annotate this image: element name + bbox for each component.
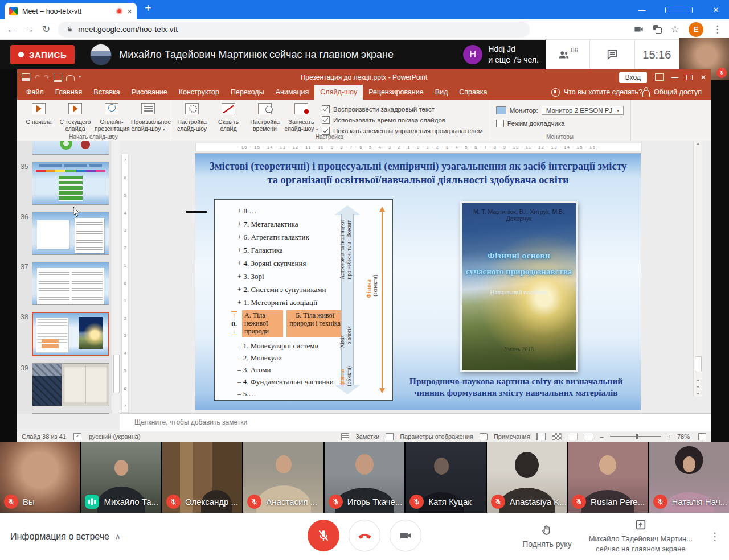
tell-me-label[interactable]: Что вы хотите сделать? — [564, 88, 642, 96]
slide-thumbnail[interactable]: 40 — [17, 413, 109, 414]
ribbon-tab[interactable]: Переходы — [225, 85, 270, 100]
ribbon-tab[interactable]: Справка — [453, 85, 493, 100]
main-scrollbar[interactable]: ▲ ▲ ▼ ▼ — [693, 141, 702, 397]
monitor-dropdown[interactable]: Монитор 2 EPSON PJ ▾ — [542, 106, 624, 115]
comments-icon[interactable] — [480, 433, 488, 440]
ribbon-tab[interactable]: Вид — [429, 85, 454, 100]
presenting-status[interactable]: Михайло Тадейович Мартин... сейчас на гл… — [589, 518, 693, 554]
qat-customize-icon[interactable]: ▾ — [79, 74, 81, 81]
comments-label[interactable]: Примечания — [494, 433, 530, 440]
scroll-up-icon[interactable]: ▲ — [696, 141, 701, 146]
ribbon-tab[interactable]: Главная — [50, 85, 88, 100]
redo-icon[interactable]: ↷ — [44, 74, 50, 81]
participants-button[interactable]: 86 — [546, 40, 589, 69]
display-options-label[interactable]: Параметры отображения — [400, 433, 473, 440]
new-tab-button[interactable]: + — [145, 2, 151, 15]
raise-hand-button[interactable]: Поднять руку — [522, 524, 572, 549]
presenter-mode-checkbox[interactable]: Режим докладчика — [496, 120, 624, 127]
ppt-restore-button[interactable] — [686, 75, 693, 80]
profile-avatar[interactable]: E — [689, 22, 703, 37]
ribbon-button[interactable]: Настройка слайд-шоу — [174, 101, 210, 133]
save-icon[interactable] — [22, 73, 30, 81]
ribbon-tab[interactable]: Вставка — [88, 85, 125, 100]
ribbon-tab[interactable]: Рисование — [126, 85, 173, 100]
thumbnail-scrollbar[interactable] — [112, 141, 120, 414]
fit-to-window-icon[interactable] — [698, 433, 706, 440]
host-chip[interactable]: H Hddj Jd и еще 75 чел. — [463, 40, 539, 69]
participant-tile[interactable]: Anastasiya K... — [487, 442, 567, 513]
browser-menu-icon[interactable]: ⋮ — [712, 23, 722, 35]
leave-call-button[interactable] — [349, 520, 380, 551]
chat-button[interactable] — [589, 40, 634, 69]
scrollbar-thumb[interactable] — [695, 356, 702, 372]
slide-thumbnail-image[interactable] — [32, 262, 109, 305]
ribbon-button[interactable]: Произвольное слайд-шоу ▾ — [130, 101, 166, 133]
slide-thumbnail[interactable]: 37 — [17, 262, 109, 305]
ribbon-button[interactable]: Настройка времени — [247, 101, 283, 133]
slide-thumbnail-image[interactable] — [32, 162, 109, 205]
next-slide-button[interactable]: ▼ — [694, 385, 702, 389]
zoom-slider[interactable] — [610, 436, 661, 437]
slide-thumbnail[interactable]: 39 — [17, 363, 109, 406]
participant-tile[interactable]: Катя Куцак — [406, 442, 485, 513]
slide-thumbnail[interactable]: 35 — [17, 162, 109, 205]
ppt-minimize-button[interactable]: — — [671, 73, 678, 81]
slide-thumbnail[interactable]: 36 — [17, 212, 109, 255]
zoom-in-icon[interactable]: + — [667, 433, 671, 440]
ribbon-button[interactable]: С текущего слайда — [57, 101, 93, 133]
ppt-close-button[interactable]: ✕ — [701, 73, 706, 81]
share-button[interactable]: Общий доступ — [642, 88, 711, 96]
display-options-icon[interactable] — [386, 433, 394, 440]
sign-in-button[interactable]: Вход — [619, 72, 647, 83]
window-minimize-button[interactable]: — — [629, 6, 655, 14]
slideshow-qat-icon[interactable] — [54, 73, 62, 82]
reading-view-button[interactable] — [568, 433, 578, 440]
slide-thumbnail-image[interactable] — [32, 312, 109, 356]
forward-icon[interactable]: → — [24, 24, 34, 35]
participant-tile[interactable]: Ruslan Pere... — [568, 442, 648, 513]
slideshow-view-button[interactable] — [584, 433, 593, 440]
tab-camera-icon[interactable] — [633, 24, 644, 35]
zoom-slider-thumb[interactable] — [636, 434, 638, 439]
proofing-icon[interactable]: ✓ — [73, 433, 81, 440]
ribbon-checkbox[interactable]: Воспроизвести закадровый текст — [322, 105, 483, 113]
ribbon-button[interactable]: Скрыть слайд — [210, 101, 247, 133]
slide-thumbnail-image[interactable] — [32, 413, 109, 414]
slide-canvas[interactable]: Змістові (теоретичні) і процесуальні (ем… — [195, 154, 641, 410]
recording-badge[interactable]: ЗАПИСЬ — [10, 45, 75, 64]
slide-thumbnail[interactable]: 38 — [17, 312, 109, 356]
notes-toggle-icon[interactable] — [341, 433, 349, 440]
ribbon-tab[interactable]: Слайд-шоу — [314, 85, 363, 100]
bookmark-star-icon[interactable]: ☆ — [671, 23, 679, 35]
undo-icon[interactable]: ↶ — [34, 74, 40, 81]
touch-mode-icon[interactable] — [66, 75, 75, 81]
slide-thumbnail-panel[interactable]: 35 36 37 — [17, 141, 112, 414]
reload-icon[interactable]: ↻ — [42, 23, 50, 35]
zoom-level[interactable]: 78% — [677, 433, 692, 440]
slide-thumbnail-image[interactable] — [32, 212, 109, 255]
previous-slide-button[interactable]: ▲ — [694, 378, 702, 382]
window-restore-button[interactable] — [665, 7, 693, 13]
back-icon[interactable]: ← — [7, 24, 17, 35]
meeting-info-button[interactable]: Информация о встрече ∧ — [10, 513, 120, 560]
mute-button[interactable] — [308, 520, 339, 551]
browser-tab[interactable]: Meet – hoo-tefx-vtt × — [5, 3, 137, 19]
notes-placeholder[interactable]: Щелкните, чтобы добавить заметки — [120, 413, 711, 431]
zoom-out-icon[interactable]: – — [600, 433, 603, 440]
ribbon-button[interactable]: С начала — [21, 101, 57, 126]
notes-toggle-label[interactable]: Заметки — [355, 433, 379, 440]
slide-sorter-view-button[interactable] — [552, 433, 562, 440]
slide-thumbnail-image[interactable] — [32, 363, 109, 406]
participant-tile[interactable]: Михайло Та... — [81, 442, 161, 513]
slide-thumbnail[interactable] — [17, 141, 109, 155]
participant-tile[interactable]: Анастасия ... — [243, 442, 323, 513]
language-status[interactable]: русский (украина) — [89, 433, 141, 440]
ribbon-tab[interactable]: Конструктор — [173, 85, 225, 100]
thumbnail-scrollbar-thumb[interactable] — [113, 355, 120, 393]
ribbon-options-icon[interactable] — [655, 73, 664, 81]
participant-tile[interactable]: Олександр ... — [162, 442, 242, 513]
translate-icon[interactable] — [653, 25, 662, 34]
participant-tile[interactable]: Вы — [0, 442, 80, 513]
ribbon-tab[interactable]: Анимация — [270, 85, 315, 100]
participant-tile[interactable]: Наталія Нач... — [649, 442, 729, 513]
